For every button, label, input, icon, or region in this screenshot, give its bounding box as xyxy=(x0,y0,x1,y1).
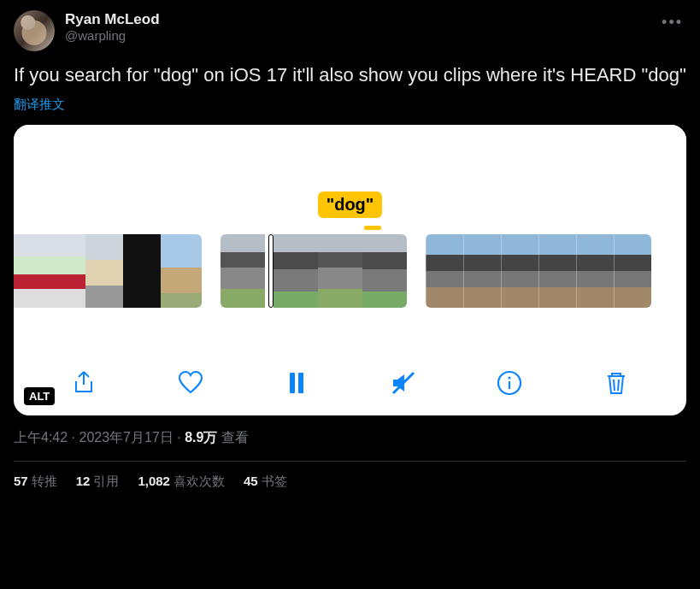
svg-line-7 xyxy=(618,380,619,391)
alt-badge[interactable]: ALT xyxy=(24,387,55,405)
video-clip[interactable] xyxy=(426,234,651,308)
svg-rect-0 xyxy=(290,373,295,393)
likes-stat[interactable]: 1,082喜欢次数 xyxy=(138,474,225,490)
video-frame xyxy=(161,234,202,308)
quotes-stat[interactable]: 12引用 xyxy=(76,474,120,490)
media-wrapper: "dog" xyxy=(14,125,686,415)
display-name: Ryan McLeod xyxy=(65,10,160,28)
video-frame xyxy=(274,234,318,308)
video-clip[interactable] xyxy=(14,234,202,308)
svg-point-4 xyxy=(509,376,511,379)
video-frame xyxy=(576,234,614,308)
tweet-date: 2023年7月17日 xyxy=(79,430,173,445)
divider xyxy=(14,461,686,462)
video-frame xyxy=(426,234,463,308)
search-term-label: "dog" xyxy=(318,191,383,218)
video-clip-current[interactable] xyxy=(221,234,407,308)
mute-icon xyxy=(390,369,417,397)
views-label: 查看 xyxy=(221,430,249,445)
media-toolbar xyxy=(14,366,686,400)
video-frame xyxy=(123,234,161,308)
video-frame xyxy=(614,234,651,308)
handle: @warpling xyxy=(65,28,160,44)
author-names[interactable]: Ryan McLeod @warpling xyxy=(65,10,160,44)
share-button[interactable] xyxy=(67,366,101,400)
svg-line-6 xyxy=(614,380,615,391)
tweet-container: Ryan McLeod @warpling ••• If you search … xyxy=(0,0,700,490)
video-frame xyxy=(538,234,576,308)
more-button[interactable]: ••• xyxy=(658,10,686,35)
tweet-header: Ryan McLeod @warpling ••• xyxy=(14,10,686,51)
heart-icon xyxy=(177,369,204,397)
retweets-stat[interactable]: 57转推 xyxy=(14,474,57,490)
share-icon xyxy=(70,369,97,397)
stats-row: 57转推 12引用 1,082喜欢次数 45书签 xyxy=(14,474,686,490)
avatar[interactable] xyxy=(14,10,55,51)
search-label-row: "dog" xyxy=(14,191,686,218)
mute-button[interactable] xyxy=(386,366,421,400)
svg-rect-1 xyxy=(298,373,303,393)
video-frame xyxy=(14,234,48,308)
video-frame xyxy=(318,234,362,308)
pause-button[interactable] xyxy=(279,366,314,400)
video-frame xyxy=(48,234,85,308)
video-frame xyxy=(362,234,407,308)
like-button[interactable] xyxy=(174,366,208,400)
trash-icon xyxy=(603,369,630,397)
tweet-time: 上午4:42 xyxy=(14,430,68,445)
video-frame xyxy=(463,234,501,308)
video-frame xyxy=(501,234,538,308)
media-card[interactable]: "dog" xyxy=(14,125,686,415)
video-frame xyxy=(221,234,265,308)
info-button[interactable] xyxy=(492,366,526,400)
translate-link[interactable]: 翻译推文 xyxy=(14,97,686,113)
tweet-meta[interactable]: 上午4:42 · 2023年7月17日 · 8.9万 查看 xyxy=(14,429,686,447)
delete-button[interactable] xyxy=(599,366,633,400)
info-icon xyxy=(496,369,523,397)
video-frame xyxy=(85,234,123,308)
views-count: 8.9万 xyxy=(185,430,217,445)
video-filmstrip[interactable] xyxy=(14,234,686,308)
bookmarks-stat[interactable]: 45书签 xyxy=(244,474,287,490)
timeline-marker xyxy=(364,226,381,230)
tweet-text: If you search for "dog" on iOS 17 it'll … xyxy=(14,63,686,88)
pause-icon xyxy=(283,369,310,397)
